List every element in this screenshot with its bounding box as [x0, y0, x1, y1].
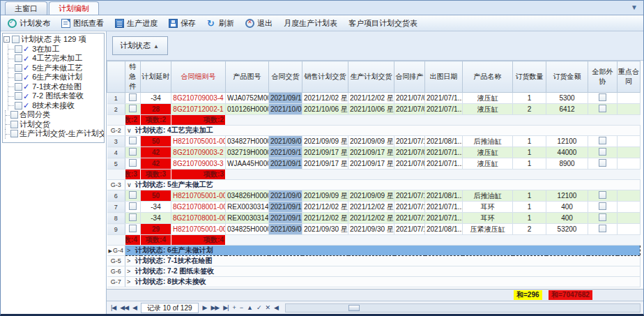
col-header-11[interactable]: 产品名称: [463, 61, 513, 93]
tab-plan-edit[interactable]: 计划编制: [49, 1, 99, 15]
table-row[interactable]: 8-348G210708001-002REX00303142C2021/09/1…: [107, 213, 641, 224]
outsourced-checkbox[interactable]: [599, 93, 606, 101]
table-row[interactable]: 929H8210705001-002034825H000002021/09/0.…: [107, 224, 641, 235]
nav-end-button[interactable]: ◀: [273, 304, 279, 311]
group-row[interactable]: G-7>计划状态: 8技术未接收: [107, 277, 641, 287]
tree-root-plan-status[interactable]: -计划状态 共 129 项: [3, 35, 103, 45]
expand-icon[interactable]: >: [127, 257, 135, 264]
col-header-4[interactable]: 合同细则号: [171, 61, 226, 93]
urgent-checkbox[interactable]: [129, 191, 137, 199]
tree-item-status[interactable]: ✓3在加工: [3, 45, 103, 54]
urgent-checkbox[interactable]: [129, 225, 137, 232]
outsourced-checkbox[interactable]: [599, 202, 606, 210]
group-footer-row[interactable]: 项数:4项数:4项数:4: [107, 235, 641, 246]
group-row[interactable]: G-6>计划状态: 7-2 图纸未签收: [107, 266, 641, 277]
outsourced-checkbox[interactable]: [599, 191, 606, 199]
toolbar-button-6[interactable]: 退出: [245, 18, 273, 29]
col-header-2[interactable]: 特急件: [125, 61, 141, 93]
nav-append-button[interactable]: +: [231, 304, 237, 311]
tree-item-checkbox[interactable]: [15, 54, 22, 62]
col-header-12[interactable]: 订货数量: [513, 61, 546, 93]
horizontal-scrollbar[interactable]: [285, 303, 641, 313]
table-row[interactable]: 1-348G210709003-4WJA0752M0002021/09/1...…: [107, 93, 641, 104]
group-row[interactable]: G-5>计划状态: 7-1技术在绘图: [107, 256, 641, 266]
group-label-cell[interactable]: >计划状态: 7-2 图纸未签收: [125, 266, 641, 277]
group-footer-row[interactable]: 项数:2项数:2项数:2: [107, 115, 641, 126]
group-row[interactable]: G-3∨计划状态: 5生产未做工艺: [107, 180, 641, 190]
toolbar-button-7[interactable]: 月度生产计划表: [284, 18, 337, 29]
tree-item-status[interactable]: ✓4工艺完未加工: [3, 54, 103, 63]
outsourced-checkbox[interactable]: [599, 159, 606, 167]
tree-item-checkbox[interactable]: [10, 121, 18, 128]
tree-item-other[interactable]: 生产计划交货-生产计划交货: [3, 129, 103, 139]
group-label-cell[interactable]: >计划状态: 6生产未做计划: [125, 246, 641, 256]
table-row[interactable]: 350H8210705001-004034827H000002021/09/0.…: [107, 136, 641, 147]
col-header-3[interactable]: 计划延时: [141, 61, 171, 93]
group-label-cell[interactable]: ∨计划状态: 5生产未做工艺: [125, 180, 641, 190]
group-label-cell[interactable]: >计划状态: 8技术未接收: [125, 277, 641, 287]
tree-item-checkbox[interactable]: [15, 92, 22, 100]
table-row[interactable]: 2288G210712002-1010126H000002021/10/0...…: [107, 104, 641, 115]
scrollbar-thumb[interactable]: [348, 305, 360, 311]
nav-next-page-button[interactable]: ▶▶: [209, 304, 220, 311]
expand-icon[interactable]: >: [127, 278, 135, 285]
outsourced-checkbox[interactable]: [599, 225, 606, 232]
tree-item-checkbox[interactable]: [15, 102, 22, 110]
col-header-10[interactable]: 出图日期: [425, 61, 463, 93]
table-row[interactable]: 5428G210709003-3WJAA45H00002021/09/1...2…: [107, 158, 641, 170]
tree-item-other[interactable]: 合同分类: [3, 110, 103, 120]
tree-item-checkbox[interactable]: [10, 130, 18, 137]
col-header-14[interactable]: 全部外协: [588, 61, 618, 93]
table-row[interactable]: 7-348G210708001-001REX00303142C2021/09/1…: [107, 202, 641, 213]
nav-post-button[interactable]: ✓: [255, 304, 263, 311]
outsourced-checkbox[interactable]: [599, 137, 606, 144]
tree-item-checkbox[interactable]: [15, 83, 22, 91]
col-header-9[interactable]: 合同排产: [394, 61, 425, 93]
nav-first-button[interactable]: |◀: [109, 304, 117, 311]
expand-icon[interactable]: >: [127, 247, 135, 254]
outsourced-checkbox[interactable]: [599, 148, 606, 156]
col-header-7[interactable]: 销售计划交货: [302, 61, 348, 93]
urgent-checkbox[interactable]: [129, 148, 137, 156]
outsourced-checkbox[interactable]: [599, 213, 606, 221]
group-footer-row[interactable]: 项数:3项数:3项数:3: [107, 170, 641, 180]
tree-item-other[interactable]: 计划交货: [3, 120, 103, 130]
nav-cancel-button[interactable]: ✕: [264, 304, 272, 311]
tree-item-status[interactable]: ✓7-1技术在绘图: [3, 82, 103, 92]
toolbar-button-5[interactable]: ↻刷新: [207, 18, 234, 29]
nav-last-button[interactable]: ▶|: [222, 304, 229, 311]
urgent-checkbox[interactable]: [129, 202, 137, 210]
urgent-checkbox[interactable]: [129, 159, 137, 167]
col-header-6[interactable]: 合同交货: [269, 61, 302, 93]
expand-icon[interactable]: >: [127, 268, 135, 275]
toolbar-button-1[interactable]: 计划发布: [8, 18, 50, 29]
col-header-13[interactable]: 订货金额: [546, 61, 588, 93]
group-row[interactable]: ▶G-4>计划状态: 6生产未做计划: [107, 246, 641, 256]
tree-item-checkbox[interactable]: [15, 45, 22, 53]
nav-delete-button[interactable]: −: [238, 304, 244, 311]
tree-item-status[interactable]: ✓7-2 图纸未签收: [3, 91, 103, 101]
collapse-icon[interactable]: ∨: [127, 127, 135, 134]
table-row[interactable]: 4428G210709003-2032719H000002021/09/1...…: [107, 147, 641, 158]
toolbar-button-4[interactable]: 保存: [169, 18, 196, 29]
urgent-checkbox[interactable]: [129, 137, 137, 144]
group-by-plan-status-button[interactable]: 计划状态▲: [112, 36, 168, 55]
col-header-5[interactable]: 产品图号: [226, 61, 269, 93]
urgent-checkbox[interactable]: [129, 105, 137, 112]
toolbar-button-8[interactable]: 客户项目计划交货表: [348, 18, 417, 29]
tree-root-checkbox[interactable]: [12, 36, 20, 43]
nav-prev-page-button[interactable]: ◀◀: [118, 304, 130, 311]
chevron-down-icon[interactable]: ▼: [631, 3, 638, 11]
col-header-15[interactable]: 重点合同: [618, 61, 641, 93]
urgent-checkbox[interactable]: [129, 93, 137, 101]
collapse-icon[interactable]: -: [3, 36, 10, 43]
group-label-cell[interactable]: >计划状态: 7-1技术在绘图: [125, 256, 641, 266]
tree-item-checkbox[interactable]: [15, 64, 22, 72]
col-header-8[interactable]: 生产计划交货: [348, 61, 394, 93]
nav-prev-button[interactable]: ◀: [131, 304, 138, 311]
group-row[interactable]: G-2∨计划状态: 4工艺完未加工: [107, 126, 641, 136]
tree-item-status[interactable]: ✓6生产未做计划: [3, 73, 103, 82]
nav-next-button[interactable]: ▶: [201, 304, 208, 311]
toolbar-button-2[interactable]: 图纸查看: [61, 18, 104, 29]
toolbar-button-3[interactable]: 生产进度: [115, 18, 158, 29]
